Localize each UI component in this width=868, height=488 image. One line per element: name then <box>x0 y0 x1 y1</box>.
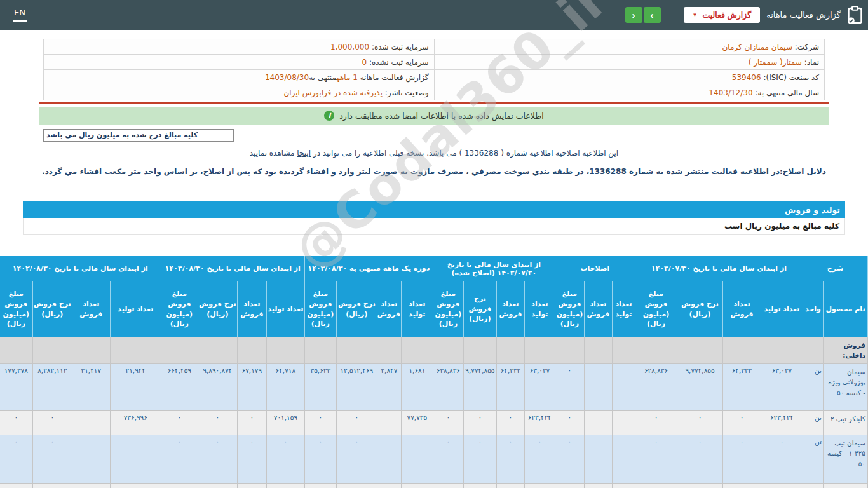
table-cell: ۳۵,۶۲۳ <box>304 364 336 411</box>
table-cell <box>723 337 761 364</box>
table-cell: ۹,۷۷۴,۸۵۵ <box>463 364 496 411</box>
column-header: تعداد فروش <box>723 281 761 337</box>
column-header: مبلغ فروش (میلیون ریال) <box>161 281 198 337</box>
page-title: گزارش فعالیت ماهانه <box>766 10 841 20</box>
topbar-actions: گزارش فعالیت ماهانه گزارش فعالیت ▼ › ‹ <box>625 0 864 30</box>
table-cell <box>72 411 110 435</box>
table-cell <box>584 411 612 435</box>
next-announcement-button[interactable]: › <box>644 7 661 23</box>
table-cell: ۰ <box>0 411 32 435</box>
column-header: تعداد فروش <box>377 281 401 337</box>
table-row-product: کلینکر تیپ ۲ تن۶۲۳,۴۲۴۰۰۰۰۶۲۳,۴۲۴۰۰۰۷۷,۷… <box>0 411 868 435</box>
table-cell <box>612 364 635 411</box>
column-header-row: نام محصول واحد تعداد تولید تعداد فروش نر… <box>0 281 868 337</box>
table-cell: ۶۴,۷۱۸ <box>266 364 304 411</box>
table-cell: ۰ <box>433 435 463 484</box>
info-row: نماد: سمتاز( سممتاز ) سرمایه ثبت نشده: 0 <box>44 55 825 70</box>
table-cell: ۰ <box>336 435 377 484</box>
column-header: تعداد فروش <box>72 281 110 337</box>
unregistered-capital-value: 0 <box>362 58 367 67</box>
table-cell: ۶۲۸,۸۳۶ <box>635 364 677 411</box>
table-cell: ۶,۳۸۴,۰۱۳ <box>32 484 72 488</box>
table-cell: ۰ <box>32 435 72 484</box>
language-toggle-en[interactable]: EN <box>13 8 27 22</box>
previous-version-link[interactable]: اینجا <box>297 149 311 158</box>
table-cell: ۶۲۳,۴۲۴ <box>761 411 803 435</box>
table-cell: ۰ <box>266 435 304 484</box>
table-cell: ۶۷,۱۷۹ <box>237 364 266 411</box>
table-cell: ۰ <box>266 484 304 488</box>
table-cell: ۰ <box>496 484 524 488</box>
table-cell: ۰ <box>635 435 677 484</box>
table-cell: ۰ <box>161 411 198 435</box>
report-period-date: 1403/08/30 <box>265 73 309 82</box>
table-cell: ۶۶۴,۴۵۹ <box>161 364 198 411</box>
table-cell <box>612 337 635 364</box>
table-cell: ۰ <box>336 411 377 435</box>
registered-capital-value: 1,000,000 <box>330 43 369 51</box>
report-period-months: 1 ماهه <box>336 73 357 82</box>
report-period-ending-label: منتهی به <box>309 73 336 82</box>
column-header: نرخ فروش (ریال) <box>677 281 723 337</box>
production-sales-table: شرح از ابتدای سال مالی تا تاریخ ۱۴۰۳/۰۷/… <box>0 255 868 488</box>
company-info-panel: شرکت: سیمان ممتازان کرمان سرمایه ثبت شده… <box>43 39 825 100</box>
group-header-row: شرح از ابتدای سال مالی تا تاریخ ۱۴۰۳/۰۷/… <box>0 256 868 281</box>
prev-announcement-button[interactable]: ‹ <box>625 7 642 23</box>
table-cell: ۹,۷۷۴,۸۵۵ <box>677 364 723 411</box>
section-header-production-sales: تولید و فروش <box>23 201 845 218</box>
announcement-nav: › ‹ <box>625 7 661 23</box>
table-cell: ۱۷۷,۳۷۸ <box>0 364 32 411</box>
table-cell <box>336 337 377 364</box>
column-header: تعداد فروش <box>584 281 612 337</box>
table-cell <box>761 337 803 364</box>
product-name-cell: سیمان تیپ ۴۲۵-۱ - کیسه ۵۰ <box>824 435 868 484</box>
report-type-dropdown[interactable]: گزارش فعالیت ▼ <box>684 7 761 23</box>
table-cell <box>237 337 266 364</box>
chevron-down-icon: ▼ <box>693 12 698 18</box>
table-cell: ۰ <box>198 411 237 435</box>
table-cell: ۰ <box>463 435 496 484</box>
table-cell: ۰ <box>304 435 336 484</box>
symbol-value: سمتاز( سممتاز ) <box>749 58 802 67</box>
unit-cell: تن <box>803 435 824 484</box>
table-cell <box>0 337 32 364</box>
company-cell: شرکت: سیمان ممتازان کرمان <box>434 39 825 55</box>
table-cell <box>584 484 612 488</box>
fiscal-year-value: 1403/12/30 <box>709 88 752 97</box>
row-group-label: فروش داخلی: <box>824 337 868 364</box>
table-cell <box>401 337 433 364</box>
table-cell <box>401 435 433 484</box>
table-cell: ۰ <box>635 411 677 435</box>
table-cell: ۰ <box>677 411 723 435</box>
info-row: سال مالی منتهی به: 1403/12/30 وضعیت ناشر… <box>44 85 825 100</box>
table-cell <box>803 337 824 364</box>
table-cell <box>584 435 612 484</box>
table-cell: ۰ <box>555 435 584 484</box>
table-cell <box>110 337 161 364</box>
unregistered-capital-cell: سرمایه ثبت نشده: 0 <box>44 55 435 70</box>
amendment-reason-line: دلایل اصلاح:در اطلاعیه فعالیت منتشر شده … <box>0 167 868 176</box>
product-name-cell: سیمان <box>824 484 868 488</box>
column-header: تعداد تولید <box>110 281 161 337</box>
column-header: مبلغ فروش (میلیون ریال) <box>433 281 463 337</box>
topbar: EN گزارش فعالیت ماهانه گزارش فعالیت ▼ › … <box>0 0 868 30</box>
column-header: نرخ فروش (ریال) <box>32 281 72 337</box>
group-header-ytd-0730: از ابتدای سال مالی تا تاریخ ۱۴۰۳/۰۷/۳۰ <box>635 256 803 281</box>
million-rial-note-box: کلیه مبالغ درج شده به میلیون ریال می باش… <box>43 129 234 142</box>
group-header-prior-year: از ابتدای سال مالی تا تاریخ ۱۴۰۲/۰۸/۳۰ <box>0 256 161 281</box>
table-cell <box>496 337 524 364</box>
table-cell: ۰ <box>677 484 723 488</box>
table-cell <box>635 337 677 364</box>
table-cell: ۰ <box>304 484 336 488</box>
table-cell: ۰ <box>496 435 524 484</box>
table-cell: ۶۴,۳۳۲ <box>723 364 761 411</box>
issuer-status-value: پذیرفته شده در فرابورس ایران <box>283 88 383 97</box>
column-header: تعداد تولید <box>524 281 555 337</box>
unit-cell: تن <box>803 411 824 435</box>
table-cell <box>584 337 612 364</box>
table-cell <box>612 435 635 484</box>
table-cell: ۰ <box>723 435 761 484</box>
unit-cell: تن <box>803 364 824 411</box>
table-cell <box>463 337 496 364</box>
table-cell <box>72 337 110 364</box>
